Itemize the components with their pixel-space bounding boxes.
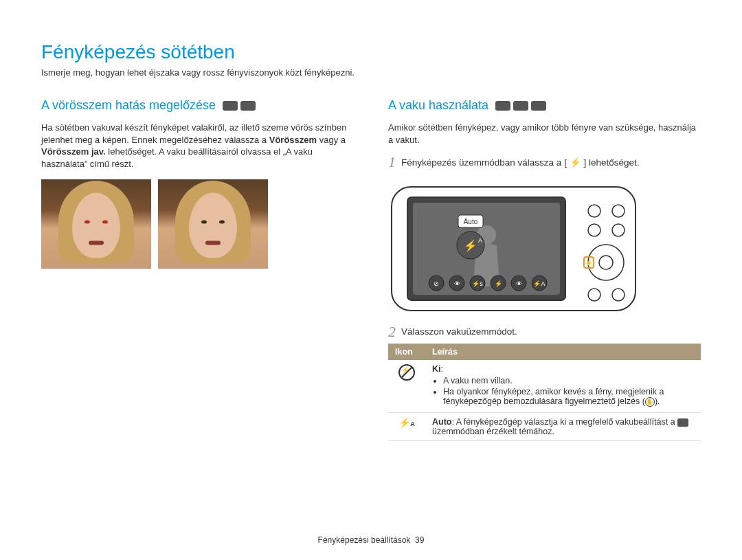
flash-off-icon bbox=[398, 364, 415, 381]
table-row: Ki: A vaku nem villan. Ha olyankor fényk… bbox=[388, 360, 701, 413]
svg-text:⚡: ⚡ bbox=[464, 239, 477, 252]
table-row: ⚡A Auto: A fényképezőgép választja ki a … bbox=[388, 413, 701, 441]
svg-text:👁: 👁 bbox=[454, 280, 460, 287]
mode-p-icon bbox=[223, 101, 238, 111]
svg-text:⊘: ⊘ bbox=[434, 280, 439, 287]
shake-warning-icon: ✋ bbox=[645, 397, 655, 407]
flash-icon: ⚡ bbox=[570, 157, 581, 168]
svg-text:⚡A: ⚡A bbox=[533, 280, 545, 288]
svg-text:⚡s: ⚡s bbox=[472, 280, 483, 288]
flash-auto-icon: ⚡A bbox=[398, 417, 415, 428]
step-number-1: 1 bbox=[388, 155, 396, 170]
svg-text:👁: 👁 bbox=[516, 280, 522, 287]
svg-text:A: A bbox=[478, 237, 482, 244]
sample-photo-red-eye bbox=[41, 179, 151, 269]
mode-icons-left bbox=[223, 101, 256, 111]
flash-modes-table: Ikon Leírás Ki: A vaku nem villan. Ha ol… bbox=[388, 344, 701, 441]
bullet-flash-off: A vaku nem villan. bbox=[443, 376, 694, 385]
sample-photo-corrected bbox=[158, 179, 268, 269]
mode-scene-icon bbox=[531, 101, 546, 111]
smart-auto-mode-icon bbox=[677, 418, 688, 427]
right-body: Amikor sötétben fényképez, vagy amikor t… bbox=[388, 122, 701, 146]
svg-text:⚡: ⚡ bbox=[585, 258, 594, 267]
step-1-text: Fényképezés üzemmódban válassza a [ ⚡ ] … bbox=[401, 155, 639, 168]
step-number-2: 2 bbox=[388, 324, 396, 339]
camera-illustration: Auto ⚡ A ⊘ 👁 ⚡s ⚡ 👁 ⚡A bbox=[388, 177, 701, 316]
page-title: Fényképezés sötétben bbox=[41, 41, 701, 63]
left-column: A vörösszem hatás megelőzése Ha sötétben… bbox=[41, 98, 354, 441]
mode-scene-icon bbox=[240, 101, 256, 111]
right-column: A vaku használata Amikor sötétben fényké… bbox=[388, 98, 701, 441]
bullet-shake-warning: Ha olyankor fényképez, amikor kevés a fé… bbox=[443, 387, 694, 407]
table-header-icon: Ikon bbox=[388, 344, 425, 360]
mode-p-icon bbox=[513, 101, 528, 111]
table-header-desc: Leírás bbox=[425, 344, 701, 360]
left-body: Ha sötétben vakuval készít fényképet val… bbox=[41, 122, 354, 170]
svg-text:⚡: ⚡ bbox=[495, 280, 503, 288]
page-footer: Fényképezési beállítások 39 bbox=[0, 535, 742, 545]
step-2-text: Válasszon vakuüzemmódot. bbox=[401, 324, 517, 337]
right-heading: A vaku használata bbox=[388, 98, 488, 113]
camera-tooltip-label: Auto bbox=[464, 218, 478, 225]
intro-text: Ismerje meg, hogyan lehet éjszaka vagy r… bbox=[41, 67, 701, 78]
mode-smartauto-icon bbox=[495, 101, 510, 111]
left-heading: A vörösszem hatás megelőzése bbox=[41, 98, 216, 113]
mode-icons-right bbox=[495, 101, 546, 111]
